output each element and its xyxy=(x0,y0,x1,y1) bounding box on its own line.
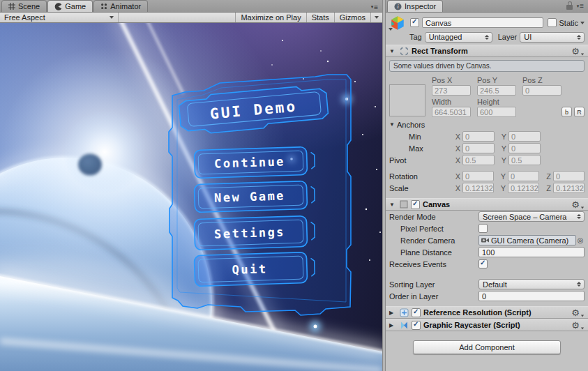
plane-distance-field[interactable]: 100 xyxy=(478,247,585,257)
gameobject-name: Canvas xyxy=(425,19,451,27)
width-field[interactable]: 664.5031 xyxy=(432,107,471,117)
aspect-caret-icon xyxy=(110,16,114,19)
sorting-layer-dropdown[interactable]: Default xyxy=(478,279,585,289)
pivot-y-field[interactable]: 0.5 xyxy=(508,155,541,165)
scene-icon xyxy=(8,3,15,10)
rect-transform-title: Rect Transform xyxy=(412,47,468,55)
max-label: Max xyxy=(389,144,430,153)
axis-x-label: X xyxy=(454,172,460,181)
anchors-max-x-field[interactable]: 0 xyxy=(462,143,495,153)
canvas-enabled-checkbox[interactable] xyxy=(411,200,420,209)
reference-resolution-foldout-icon[interactable]: ▶ xyxy=(389,310,397,316)
render-mode-label: Render Mode xyxy=(389,213,478,221)
toolbar-spacer xyxy=(119,13,235,22)
stats-button[interactable]: Stats xyxy=(306,13,334,22)
rotation-z-field[interactable]: 0 xyxy=(553,171,585,181)
object-picker-icon[interactable]: ◎ xyxy=(576,236,585,244)
render-mode-dropdown[interactable]: Screen Space – Camera xyxy=(478,211,585,222)
gizmos-caret-icon xyxy=(375,16,379,19)
cube-dropdown-icon xyxy=(389,28,393,31)
layer-dropdown[interactable]: UI xyxy=(520,32,585,43)
canvas-gear-icon[interactable]: ⚙ xyxy=(571,200,585,209)
tag-value: Untagged xyxy=(429,33,462,41)
static-checkbox[interactable] xyxy=(548,18,557,27)
canvas-component-header[interactable]: ▼ Canvas ⚙ xyxy=(386,198,588,211)
sorting-layer-label: Sorting Layer xyxy=(389,280,478,289)
tab-scene[interactable]: Scene xyxy=(1,0,47,12)
menu-button-quit[interactable]: Quit xyxy=(194,252,315,286)
lock-icon[interactable] xyxy=(566,5,573,10)
axis-y-label: Y xyxy=(500,144,506,153)
pos-x-label: Pos X xyxy=(432,76,471,84)
axis-z-label: Z xyxy=(545,172,551,181)
tab-animator[interactable]: Animator xyxy=(93,0,148,12)
anchors-max-y-field[interactable]: 0 xyxy=(508,143,541,153)
add-component-button[interactable]: Add Component xyxy=(413,340,561,354)
reference-resolution-header[interactable]: ▶ Reference Resolution (Script) ⚙ xyxy=(386,306,588,319)
anchors-max-row: Max X0 Y0 xyxy=(389,143,585,153)
tab-inspector[interactable]: i Inspector xyxy=(387,0,443,12)
anchors-foldout-icon[interactable]: ▼ xyxy=(389,121,397,128)
menu-button-new-game[interactable]: New Game xyxy=(194,181,315,212)
anchors-min-y-field[interactable]: 0 xyxy=(508,131,541,142)
pos-z-field[interactable]: 0 xyxy=(522,85,561,96)
axis-x-label: X xyxy=(454,156,460,165)
gameobject-cube-icon[interactable] xyxy=(389,15,407,31)
gameobject-header: Canvas Static Tag Untagged Layer UI xyxy=(386,13,588,45)
min-label: Min xyxy=(389,132,430,141)
anchors-foldout[interactable]: ▼ Anchors xyxy=(389,119,585,130)
add-component-label: Add Component xyxy=(459,343,515,351)
pos-y-field[interactable]: 246.5 xyxy=(477,85,516,96)
static-label: Static xyxy=(559,19,578,27)
gizmos-button[interactable]: Gizmos xyxy=(334,13,370,22)
helpbox-text: Some values driven by Canvas. xyxy=(393,62,492,70)
menu-button-new-game-label: New Game xyxy=(214,188,285,204)
height-field[interactable]: 600 xyxy=(477,107,516,117)
menu-button-continue[interactable]: Continue xyxy=(194,146,315,178)
tab-inspector-label: Inspector xyxy=(405,2,436,10)
rotation-y-field[interactable]: 0 xyxy=(508,171,539,181)
menu-button-settings[interactable]: Settings xyxy=(194,215,315,250)
graphic-raycaster-icon xyxy=(400,321,409,330)
maximize-on-play-button[interactable]: Maximize on Play xyxy=(235,13,306,22)
menu-button-quit-label: Quit xyxy=(232,262,268,277)
gameobject-active-checkbox[interactable] xyxy=(410,18,419,27)
aspect-dropdown[interactable]: Free Aspect xyxy=(0,13,119,22)
reference-resolution-gear-icon[interactable]: ⚙ xyxy=(571,308,585,317)
tab-scene-label: Scene xyxy=(18,2,40,10)
render-camera-object-field[interactable]: GUI Camera (Camera) xyxy=(478,235,576,245)
graphic-raycaster-foldout-icon[interactable]: ▶ xyxy=(389,322,397,328)
pos-x-field[interactable]: 273 xyxy=(432,85,471,96)
render-camera-label: Render Camera xyxy=(389,236,478,245)
inspector-pane-menu-icon[interactable]: ▾≡ xyxy=(577,3,584,9)
reference-resolution-checkbox[interactable] xyxy=(412,308,421,317)
rect-transform-header[interactable]: ▼ Rect Transform ⚙ xyxy=(386,45,588,57)
tab-game[interactable]: Game xyxy=(47,0,93,12)
order-in-layer-field[interactable]: 0 xyxy=(478,291,585,301)
rotation-x-field[interactable]: 0 xyxy=(462,171,494,181)
pivot-label: Pivot xyxy=(389,156,406,165)
canvas-foldout-icon[interactable]: ▼ xyxy=(389,202,397,208)
raw-edit-mode-button[interactable]: R xyxy=(574,107,585,117)
tag-dropdown[interactable]: Untagged xyxy=(425,32,492,43)
order-in-layer-label: Order in Layer xyxy=(389,292,478,301)
rect-transform-foldout-icon[interactable]: ▼ xyxy=(389,48,397,54)
gizmos-caret-button[interactable] xyxy=(370,13,382,22)
inspector-tabstrip: i Inspector ▾≡ xyxy=(386,0,588,13)
anchors-min-x-field[interactable]: 0 xyxy=(462,131,495,142)
graphic-raycaster-checkbox[interactable] xyxy=(412,321,421,330)
gameobject-name-field[interactable]: Canvas xyxy=(422,17,543,28)
pivot-x-field[interactable]: 0.5 xyxy=(462,155,495,165)
rect-transform-gear-icon[interactable]: ⚙ xyxy=(571,47,585,56)
graphic-raycaster-gear-icon[interactable]: ⚙ xyxy=(571,321,585,330)
pixel-perfect-checkbox[interactable] xyxy=(478,224,488,233)
scale-x-field[interactable]: 0.12132 xyxy=(462,183,494,193)
graphic-raycaster-header[interactable]: ▶ Graphic Raycaster (Script) ⚙ xyxy=(386,319,588,331)
camera-icon xyxy=(481,237,489,243)
scale-z-field[interactable]: 0.12132 xyxy=(553,183,585,193)
static-toggle[interactable]: Static xyxy=(546,18,585,27)
blueprint-mode-button[interactable]: b xyxy=(561,107,572,117)
scale-y-field[interactable]: 0.12132 xyxy=(508,183,539,193)
game-pane-menu-icon[interactable]: ▾≡ xyxy=(371,4,378,10)
receives-events-checkbox[interactable] xyxy=(478,259,488,268)
